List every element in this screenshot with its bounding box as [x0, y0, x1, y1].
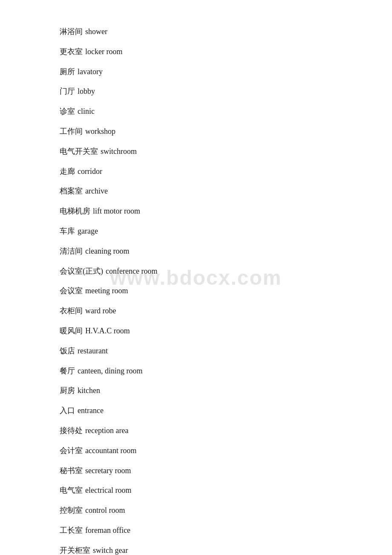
english-term: foreman office	[85, 524, 130, 537]
english-term: lobby	[78, 85, 95, 98]
list-item: 厕所lavatory	[60, 66, 332, 78]
english-term: archive	[85, 185, 108, 197]
list-item: 走廊corridor	[60, 165, 332, 178]
chinese-term: 开关柜室	[60, 544, 90, 555]
list-item: 电气室electrical room	[60, 484, 332, 497]
chinese-term: 门厅	[60, 85, 75, 98]
english-term: restaurant	[78, 345, 108, 357]
english-term: meeting room	[85, 285, 128, 297]
chinese-term: 饭店	[60, 345, 75, 357]
list-item: 会议室meeting room	[60, 285, 332, 297]
list-item: 工作间workshop	[60, 125, 332, 138]
list-item: 电梯机房lift motor room	[60, 205, 332, 217]
english-term: shower	[85, 26, 107, 38]
chinese-term: 档案室	[60, 185, 83, 197]
chinese-term: 会计室	[60, 445, 83, 457]
list-item: 入口entrance	[60, 405, 332, 417]
chinese-term: 餐厅	[60, 365, 75, 377]
list-item: 控制室control room	[60, 504, 332, 517]
english-term: locker room	[85, 46, 122, 58]
list-item: 门厅lobby	[60, 85, 332, 98]
english-term: workshop	[85, 125, 115, 138]
list-item: 餐厅canteen, dining room	[60, 365, 332, 377]
chinese-term: 秘书室	[60, 465, 83, 477]
list-item: 车库garage	[60, 225, 332, 237]
list-item: 淋浴间shower	[60, 26, 332, 38]
chinese-term: 淋浴间	[60, 26, 83, 38]
chinese-term: 入口	[60, 405, 75, 417]
list-item: 暖风间H.V.A.C room	[60, 325, 332, 337]
list-item: 诊室clinic	[60, 105, 332, 118]
list-item: 更衣室locker room	[60, 46, 332, 58]
list-item: 会议室(正式)conference room	[60, 265, 332, 278]
chinese-term: 更衣室	[60, 46, 83, 58]
english-term: switch gear	[93, 544, 128, 555]
english-term: secretary room	[85, 465, 131, 477]
english-term: kitchen	[78, 384, 100, 397]
chinese-term: 暖风间	[60, 325, 83, 337]
list-item: 开关柜室switch gear	[60, 544, 332, 555]
list-item: 清洁间cleaning room	[60, 245, 332, 257]
chinese-term: 控制室	[60, 504, 83, 517]
english-term: garage	[78, 225, 98, 237]
chinese-term: 电气开关室	[60, 145, 98, 158]
chinese-term: 厕所	[60, 66, 75, 78]
english-term: reception area	[85, 425, 128, 437]
english-term: conference room	[106, 265, 157, 278]
english-term: electrical room	[85, 484, 131, 497]
english-term: control room	[85, 504, 125, 517]
english-term: clinic	[78, 105, 95, 118]
list-item: 会计室accountant room	[60, 445, 332, 457]
list-item: 饭店restaurant	[60, 345, 332, 357]
chinese-term: 电梯机房	[60, 205, 90, 217]
english-term: lift motor room	[93, 205, 140, 217]
list-item: 接待处reception area	[60, 425, 332, 437]
english-term: canteen, dining room	[78, 365, 142, 377]
english-term: lavatory	[78, 66, 103, 78]
list-item: 档案室archive	[60, 185, 332, 197]
chinese-term: 电气室	[60, 484, 83, 497]
chinese-term: 会议室	[60, 285, 83, 297]
list-item: 工长室foreman office	[60, 524, 332, 537]
chinese-term: 诊室	[60, 105, 75, 118]
english-term: ward robe	[85, 305, 116, 317]
chinese-term: 衣柜间	[60, 305, 83, 317]
list-item: 秘书室secretary room	[60, 465, 332, 477]
chinese-term: 接待处	[60, 425, 83, 437]
chinese-term: 厨房	[60, 384, 75, 397]
english-term: corridor	[78, 165, 102, 178]
english-term: switchroom	[101, 145, 137, 158]
english-term: H.V.A.C room	[85, 325, 130, 337]
content-area: 淋浴间shower更衣室locker room厕所lavatory门厅lobby…	[0, 0, 392, 555]
chinese-term: 车库	[60, 225, 75, 237]
list-item: 电气开关室switchroom	[60, 145, 332, 158]
chinese-term: 工长室	[60, 524, 83, 537]
chinese-term: 走廊	[60, 165, 75, 178]
english-term: cleaning room	[85, 245, 129, 257]
list-item: 厨房kitchen	[60, 384, 332, 397]
english-term: accountant room	[85, 445, 136, 457]
chinese-term: 清洁间	[60, 245, 83, 257]
list-item: 衣柜间ward robe	[60, 305, 332, 317]
chinese-term: 会议室(正式)	[60, 265, 103, 278]
english-term: entrance	[78, 405, 104, 417]
chinese-term: 工作间	[60, 125, 83, 138]
